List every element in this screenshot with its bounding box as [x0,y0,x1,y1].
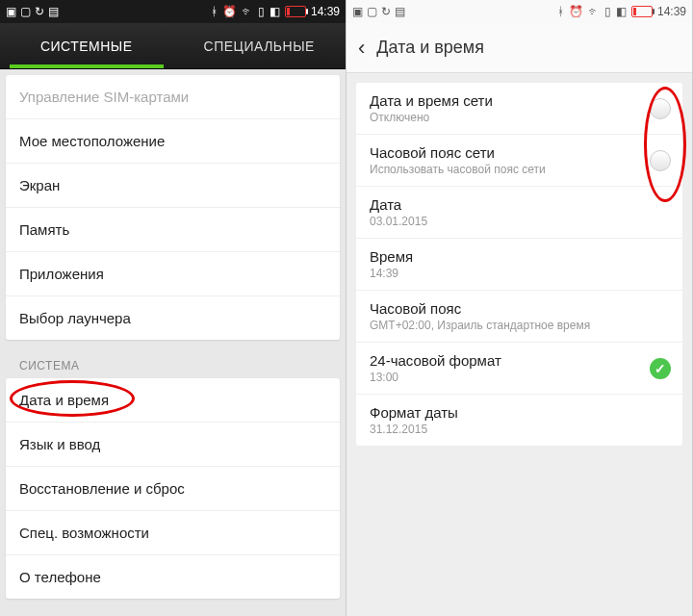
row-dateformat[interactable]: Формат даты 31.12.2015 [356,395,682,446]
card-datetime: Дата и время сети Отключено Часовой пояс… [356,83,682,446]
sim-icon: ▤ [48,5,59,18]
signal-icon: ▯ [258,5,265,18]
row-label: Часовой пояс [370,300,669,317]
row-label: Время [370,248,669,265]
row-time[interactable]: Время 14:39 [356,239,682,291]
tab-special[interactable]: СПЕЦИАЛЬНЫЕ [173,23,346,68]
image-icon: ▢ [367,5,377,18]
alarm-icon: ⏰ [222,5,237,18]
data-icon: ◧ [270,5,280,18]
alarm-icon: ⏰ [569,5,583,18]
add-icon: ▣ [352,5,363,18]
status-time: 14:39 [311,5,340,18]
status-bar: ▣ ▢ ↻ ▤ ᚼ ⏰ ᯤ ▯ ◧ 14:39 [346,0,692,23]
row-about[interactable]: О телефоне [6,555,340,599]
row-datetime[interactable]: Дата и время [6,378,340,423]
row-label: Часовой пояс сети [370,144,669,161]
bluetooth-icon: ᚼ [211,5,218,18]
card-group2: Дата и время Язык и ввод Восстановление … [6,378,340,599]
data-icon: ◧ [616,5,627,18]
status-right: ᚼ ⏰ ᯤ ▯ ◧ 14:39 [211,5,340,18]
row-sim[interactable]: Управление SIM-картами [6,75,340,119]
row-sub: 13:00 [370,371,669,384]
row-sub: Отключено [370,111,669,124]
section-system: СИСТЕМА [6,349,340,378]
add-icon: ▣ [6,5,16,18]
image-icon: ▢ [20,5,31,18]
row-apps[interactable]: Приложения [6,252,340,296]
row-sub: 14:39 [370,267,669,280]
status-left: ▣ ▢ ↻ ▤ [352,5,405,18]
bluetooth-icon: ᚼ [557,5,564,18]
row-sub: 31.12.2015 [370,423,669,436]
row-launcher[interactable]: Выбор лаунчера [6,296,340,340]
row-accessibility[interactable]: Спец. возможности [6,511,340,555]
toggle-off[interactable] [650,150,671,171]
row-net-datetime[interactable]: Дата и время сети Отключено [356,83,682,135]
wifi-icon: ᯤ [242,5,253,18]
status-right: ᚼ ⏰ ᯤ ▯ ◧ 14:39 [557,5,686,18]
row-sub: 03.01.2015 [370,215,669,228]
settings-list[interactable]: Управление SIM-картами Мое местоположени… [0,69,346,616]
row-datetime-label: Дата и время [19,392,109,408]
row-24h[interactable]: 24-часовой формат 13:00 ✓ [356,343,682,395]
row-label: Формат даты [370,404,669,421]
row-timezone[interactable]: Часовой пояс GMT+02:00, Израиль стандарт… [356,291,682,343]
row-display[interactable]: Экран [6,164,340,208]
battery-icon [631,6,653,17]
row-label: 24-часовой формат [370,352,669,369]
row-date[interactable]: Дата 03.01.2015 [356,187,682,239]
status-left: ▣ ▢ ↻ ▤ [6,5,59,18]
wifi-icon: ᯤ [588,5,600,18]
phone-right: ▣ ▢ ↻ ▤ ᚼ ⏰ ᯤ ▯ ◧ 14:39 ‹ Дата и время Д… [346,0,693,616]
back-icon[interactable]: ‹ [358,36,365,61]
phone-left: ▣ ▢ ↻ ▤ ᚼ ⏰ ᯤ ▯ ◧ 14:39 СИСТЕМНЫЕ СПЕЦИА… [0,0,346,616]
signal-icon: ▯ [604,5,611,18]
tabs: СИСТЕМНЫЕ СПЕЦИАЛЬНЫЕ [0,23,346,69]
refresh-icon: ↻ [381,5,391,18]
toggle-off[interactable] [650,98,671,119]
datetime-list[interactable]: Дата и время сети Отключено Часовой пояс… [346,73,692,616]
card-group1: Управление SIM-картами Мое местоположени… [6,75,340,340]
tab-system[interactable]: СИСТЕМНЫЕ [0,23,173,68]
row-language[interactable]: Язык и ввод [6,423,340,467]
row-net-timezone[interactable]: Часовой пояс сети Использовать часовой п… [356,135,682,187]
refresh-icon: ↻ [35,5,44,18]
row-label: Дата и время сети [370,92,669,109]
row-label: Дата [370,196,669,213]
status-time: 14:39 [657,5,686,18]
status-bar: ▣ ▢ ↻ ▤ ᚼ ⏰ ᯤ ▯ ◧ 14:39 [0,0,346,23]
battery-icon [285,6,306,17]
row-location[interactable]: Мое местоположение [6,119,340,164]
sim-icon: ▤ [395,5,405,18]
row-sub: Использовать часовой пояс сети [370,163,669,176]
row-sub: GMT+02:00, Израиль стандартное время [370,319,669,332]
toggle-on[interactable]: ✓ [650,358,671,379]
titlebar: ‹ Дата и время [346,23,692,73]
row-memory[interactable]: Память [6,208,340,252]
row-backup[interactable]: Восстановление и сброс [6,467,340,511]
page-title: Дата и время [376,38,484,58]
